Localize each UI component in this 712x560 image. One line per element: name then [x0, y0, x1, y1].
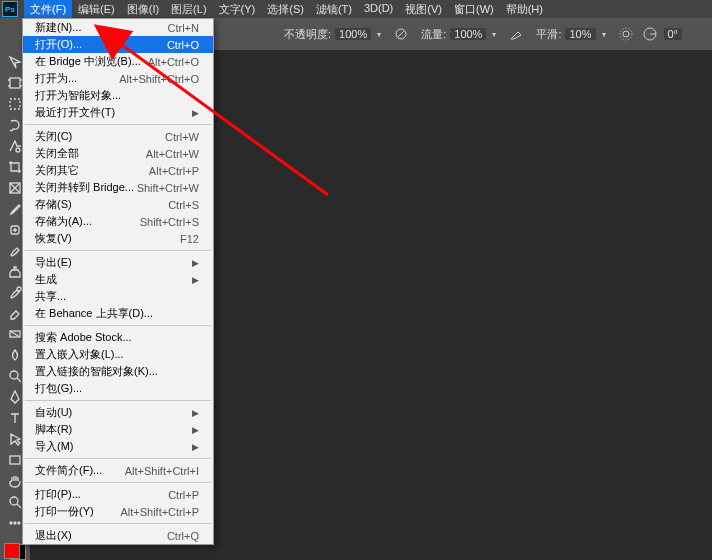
menu-item-label: 存储为(A)...	[35, 214, 92, 229]
submenu-arrow-icon: ▶	[192, 108, 199, 118]
menu-item-label: 打开(O)...	[35, 37, 82, 52]
opacity-label: 不透明度:	[284, 27, 331, 42]
flow-value[interactable]: 100%	[450, 28, 486, 40]
menu-item-label: 关闭全部	[35, 146, 79, 161]
menu-item-shortcut: Ctrl+O	[167, 39, 199, 51]
menu-item[interactable]: 存储(S)Ctrl+S	[23, 196, 213, 213]
menu-separator	[25, 400, 211, 401]
menu-item-shortcut: Ctrl+Q	[167, 530, 199, 542]
menu-separator	[25, 325, 211, 326]
angle-icon[interactable]	[640, 24, 660, 44]
file-menu-dropdown: 新建(N)...Ctrl+N打开(O)...Ctrl+O在 Bridge 中浏览…	[22, 18, 214, 545]
menu-item[interactable]: 生成▶	[23, 271, 213, 288]
menu-item-label: 共享...	[35, 289, 66, 304]
menu-item[interactable]: 打印一份(Y)Alt+Shift+Ctrl+P	[23, 503, 213, 520]
svg-point-8	[16, 148, 20, 152]
svg-point-13	[10, 371, 18, 379]
menu-item-label: 退出(X)	[35, 528, 72, 543]
menu-item-label: 打开为...	[35, 71, 77, 86]
menu-item[interactable]: 打开为...Alt+Shift+Ctrl+O	[23, 70, 213, 87]
menu-item[interactable]: 在 Behance 上共享(D)...	[23, 305, 213, 322]
svg-point-15	[10, 497, 18, 505]
menu-item[interactable]: 置入嵌入对象(L)...	[23, 346, 213, 363]
menu-item[interactable]: 文件简介(F)...Alt+Shift+Ctrl+I	[23, 462, 213, 479]
smooth-value[interactable]: 10%	[565, 28, 595, 40]
menu-f[interactable]: 文件(F)	[24, 0, 72, 19]
chevron-down-icon[interactable]: ▾	[602, 30, 606, 39]
menu-item-label: 脚本(R)	[35, 422, 72, 437]
menu-item-shortcut: Ctrl+N	[168, 22, 199, 34]
menu-item[interactable]: 恢复(V)F12	[23, 230, 213, 247]
menu-item-label: 新建(N)...	[35, 20, 81, 35]
menu-item-shortcut: Alt+Shift+Ctrl+I	[125, 465, 199, 477]
menu-item-label: 关闭其它	[35, 163, 79, 178]
menu-item[interactable]: 导出(E)▶	[23, 254, 213, 271]
menu-item-label: 生成	[35, 272, 57, 287]
svg-point-17	[14, 522, 16, 524]
menu-dd[interactable]: 3D(D)	[358, 0, 399, 19]
menu-item-label: 置入链接的智能对象(K)...	[35, 364, 158, 379]
menu-item-label: 存储(S)	[35, 197, 72, 212]
menu-separator	[25, 124, 211, 125]
foreground-color-swatch[interactable]	[4, 543, 20, 559]
menu-item-label: 导出(E)	[35, 255, 72, 270]
menu-item[interactable]: 导入(M)▶	[23, 438, 213, 455]
menu-h[interactable]: 帮助(H)	[500, 0, 549, 19]
menu-item[interactable]: 最近打开文件(T)▶	[23, 104, 213, 121]
svg-point-3	[623, 31, 629, 37]
menu-item-label: 恢复(V)	[35, 231, 72, 246]
menu-item-shortcut: Ctrl+P	[168, 489, 199, 501]
menu-item[interactable]: 关闭其它Alt+Ctrl+P	[23, 162, 213, 179]
menu-separator	[25, 482, 211, 483]
menu-item[interactable]: 关闭并转到 Bridge...Shift+Ctrl+W	[23, 179, 213, 196]
menu-w[interactable]: 窗口(W)	[448, 0, 500, 19]
pressure-opacity-icon[interactable]	[391, 24, 411, 44]
menu-y[interactable]: 文字(Y)	[213, 0, 262, 19]
menu-item[interactable]: 打包(G)...	[23, 380, 213, 397]
menu-separator	[25, 458, 211, 459]
color-swatches[interactable]	[4, 543, 26, 560]
angle-value[interactable]: 0°	[664, 28, 683, 40]
menu-item-label: 最近打开文件(T)	[35, 105, 115, 120]
chevron-down-icon[interactable]: ▾	[377, 30, 381, 39]
menu-t[interactable]: 滤镜(T)	[310, 0, 358, 19]
menu-item[interactable]: 共享...	[23, 288, 213, 305]
menu-item[interactable]: 打开(O)...Ctrl+O	[23, 36, 213, 53]
menu-s[interactable]: 选择(S)	[261, 0, 310, 19]
svg-rect-6	[10, 78, 20, 88]
menu-item-label: 搜索 Adobe Stock...	[35, 330, 132, 345]
menu-item[interactable]: 新建(N)...Ctrl+N	[23, 19, 213, 36]
menu-v[interactable]: 视图(V)	[399, 0, 448, 19]
submenu-arrow-icon: ▶	[192, 408, 199, 418]
gear-icon[interactable]	[616, 24, 636, 44]
menu-item[interactable]: 置入链接的智能对象(K)...	[23, 363, 213, 380]
menu-item-label: 关闭并转到 Bridge...	[35, 180, 134, 195]
menu-separator	[25, 523, 211, 524]
menu-l[interactable]: 图层(L)	[165, 0, 212, 19]
menu-item[interactable]: 存储为(A)...Shift+Ctrl+S	[23, 213, 213, 230]
menu-item[interactable]: 关闭(C)Ctrl+W	[23, 128, 213, 145]
menu-item-label: 关闭(C)	[35, 129, 72, 144]
menu-item-label: 打开为智能对象...	[35, 88, 121, 103]
menu-item[interactable]: 退出(X)Ctrl+Q	[23, 527, 213, 544]
menu-item[interactable]: 在 Bridge 中浏览(B)...Alt+Ctrl+O	[23, 53, 213, 70]
menu-item[interactable]: 关闭全部Alt+Ctrl+W	[23, 145, 213, 162]
menu-item-label: 在 Bridge 中浏览(B)...	[35, 54, 141, 69]
menu-e[interactable]: 编辑(E)	[72, 0, 121, 19]
svg-point-4	[620, 28, 632, 40]
menu-item[interactable]: 打印(P)...Ctrl+P	[23, 486, 213, 503]
menu-item[interactable]: 搜索 Adobe Stock...	[23, 329, 213, 346]
menu-i[interactable]: 图像(I)	[121, 0, 165, 19]
menu-item[interactable]: 打开为智能对象...	[23, 87, 213, 104]
menu-item-label: 自动(U)	[35, 405, 72, 420]
menu-item-shortcut: Alt+Ctrl+O	[148, 56, 199, 68]
opacity-value[interactable]: 100%	[335, 28, 371, 40]
submenu-arrow-icon: ▶	[192, 258, 199, 268]
menu-item[interactable]: 脚本(R)▶	[23, 421, 213, 438]
menu-item-label: 文件简介(F)...	[35, 463, 102, 478]
svg-point-18	[18, 522, 20, 524]
app-logo: Ps	[2, 1, 18, 17]
airbrush-icon[interactable]	[506, 24, 526, 44]
menu-item[interactable]: 自动(U)▶	[23, 404, 213, 421]
chevron-down-icon[interactable]: ▾	[492, 30, 496, 39]
